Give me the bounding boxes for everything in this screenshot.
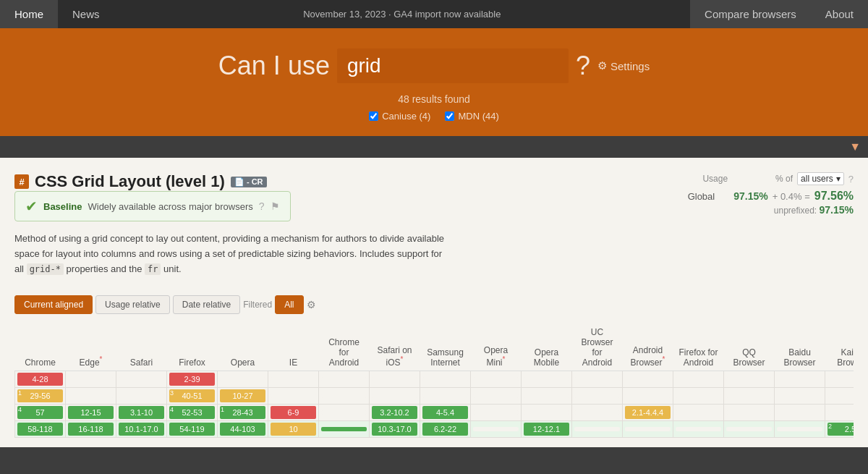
cell-ffandroid-r1 xyxy=(676,377,721,381)
nav-news[interactable]: News xyxy=(58,0,114,28)
cell-opermobile-r2 xyxy=(524,394,569,398)
cell-opermobile-r3 xyxy=(524,410,569,415)
cell-firefox-r4[interactable]: 54-119 xyxy=(169,423,215,436)
cell-kaic-r3 xyxy=(827,410,854,415)
th-safari-ios: Safari on iOS* xyxy=(370,324,420,371)
cell-ffandroid-r4 xyxy=(676,427,721,431)
nav-announcement: November 13, 2023 · GA4 import now avail… xyxy=(114,9,691,20)
cell-qq-r3 xyxy=(726,410,772,415)
tab-current[interactable]: Current aligned xyxy=(14,295,93,314)
usage-plus: + 0.4% = xyxy=(773,191,810,202)
cell-chromea-r1 xyxy=(321,377,367,381)
cell-chrome-r4[interactable]: 58-118 xyxy=(17,423,63,436)
cell-samsung-r1 xyxy=(422,377,468,381)
feature-badge[interactable]: 📄 - CR xyxy=(231,177,267,187)
feature-title-text: CSS Grid Layout (level 1) xyxy=(35,172,225,191)
cell-edge-r3[interactable]: 12-15 xyxy=(68,406,114,419)
filter-mdn[interactable]: MDN (44) xyxy=(445,111,498,122)
tab-date[interactable]: Date relative xyxy=(173,295,240,314)
cell-android-r1 xyxy=(625,377,671,381)
th-samsung: Samsung Internet xyxy=(420,324,471,371)
settings-button[interactable]: ⚙ Settings xyxy=(597,59,650,72)
cell-opermobile-r1 xyxy=(524,377,569,381)
filter-icon[interactable]: ▼ xyxy=(849,140,861,153)
browser-header-row: Chrome Edge* Safari Firefox Opera IE Chr… xyxy=(15,324,854,371)
main-content: # CSS Grid Layout (level 1) 📄 - CR ✔ Bas… xyxy=(0,158,868,447)
tab-filtered-label: Filtered xyxy=(243,300,272,310)
cell-safariiOS-r2 xyxy=(372,394,417,398)
cell-kaic-r4[interactable]: 22.5 xyxy=(827,423,854,436)
cell-safariiOS-r1 xyxy=(372,377,417,381)
help-icon[interactable]: ? xyxy=(259,200,265,212)
nav-home[interactable]: Home xyxy=(0,0,58,28)
cell-kaic-r2 xyxy=(827,394,854,398)
cell-baidu-r4 xyxy=(777,427,822,431)
cell-samsung-r3[interactable]: 4-5.4 xyxy=(422,406,468,419)
cell-android-r3[interactable]: 2.1-4.4.4 xyxy=(625,406,671,419)
cell-operamini-r1 xyxy=(473,377,519,381)
nav-about[interactable]: About xyxy=(811,0,868,28)
tab-all[interactable]: All xyxy=(275,295,303,314)
cell-safari-r3[interactable]: 3.1-10 xyxy=(119,406,164,419)
flag-icon[interactable]: ⚑ xyxy=(271,200,280,212)
th-qq: QQ Browser xyxy=(724,324,775,371)
cell-firefox-r2[interactable]: 340-51 xyxy=(169,389,215,402)
hash-icon[interactable]: # xyxy=(14,174,29,189)
cell-safari-r1 xyxy=(119,377,164,381)
usage-label: Usage xyxy=(702,174,728,184)
cell-firefox-r3[interactable]: 452-53 xyxy=(169,406,215,419)
usage-help-icon[interactable]: ? xyxy=(848,174,854,185)
version-row-4: 58-118 16-118 10.1-17.0 54-119 44-103 10… xyxy=(15,421,854,438)
cell-ie-r4[interactable]: 10 xyxy=(271,423,316,436)
cell-ie-r1 xyxy=(271,377,316,381)
cell-chromea-r4[interactable] xyxy=(321,427,367,431)
usage-scope-label: % of xyxy=(775,174,793,184)
hero-filters: Caniuse (4) MDN (44) xyxy=(369,111,499,122)
cell-opera-r4[interactable]: 44-103 xyxy=(220,423,265,436)
th-edge: Edge* xyxy=(66,324,116,371)
hero-title-row: Can I use ? ⚙ Settings xyxy=(218,48,650,83)
cell-samsung-r4[interactable]: 6.2-22 xyxy=(422,423,468,436)
th-firefox: Firefox xyxy=(167,324,218,371)
feature-description: Method of using a grid concept to lay ou… xyxy=(14,232,448,276)
cell-safari-r4[interactable]: 10.1-17.0 xyxy=(119,423,164,436)
nav-compare[interactable]: Compare browsers xyxy=(690,0,811,28)
version-row-3: 457 12-15 3.1-10 452-53 128-43 6-9 3.2-1… xyxy=(15,405,854,421)
usage-global-row: Global 97.15% + 0.4% = 97.56% xyxy=(622,190,854,203)
cell-edge-r4[interactable]: 16-118 xyxy=(68,423,114,436)
cell-opermobile-r4[interactable]: 12-12.1 xyxy=(524,423,569,436)
cell-safariiOS-r4[interactable]: 10.3-17.0 xyxy=(372,423,417,436)
nav-right: Compare browsers About xyxy=(690,0,868,28)
cell-qq-r1 xyxy=(726,377,772,381)
cell-ie-r3[interactable]: 6-9 xyxy=(271,406,316,419)
feature-header: # CSS Grid Layout (level 1) 📄 - CR ✔ Bas… xyxy=(14,172,854,287)
cell-chrome-r1[interactable]: 4-28 xyxy=(17,373,63,386)
hero-section: Can I use ? ⚙ Settings 48 results found … xyxy=(0,28,868,136)
search-input[interactable] xyxy=(337,48,569,83)
cell-safariiOS-r3[interactable]: 3.2-10.2 xyxy=(372,406,417,419)
feature-title-row: # CSS Grid Layout (level 1) 📄 - CR xyxy=(14,172,448,191)
cell-ffandroid-r3 xyxy=(676,410,721,415)
usage-unprefixed-val: 97.15% xyxy=(820,204,854,216)
th-chrome-android: Chrome for Android xyxy=(319,324,370,371)
cell-chrome-r3[interactable]: 457 xyxy=(17,406,63,419)
cell-opera-r1 xyxy=(220,377,265,381)
cell-firefox-r1[interactable]: 2-39 xyxy=(169,373,215,386)
cell-ie-r2 xyxy=(271,394,316,398)
filter-caniuse[interactable]: Caniuse (4) xyxy=(369,111,430,122)
gear-icon: ⚙ xyxy=(597,59,607,72)
cell-baidu-r2 xyxy=(777,394,822,398)
cell-chromea-r2 xyxy=(321,394,367,398)
cell-opera-r2[interactable]: 10-27 xyxy=(220,389,265,402)
th-baidu: Baidu Browser xyxy=(775,324,825,371)
hero-suffix: ? xyxy=(576,51,590,81)
version-row-1: 4-28 2-39 xyxy=(15,371,854,388)
cell-chrome-r2[interactable]: 129-56 xyxy=(17,389,63,402)
tab-relative[interactable]: Usage relative xyxy=(95,295,170,314)
cell-android-r4 xyxy=(625,427,671,431)
usage-total: 97.56% xyxy=(814,190,854,203)
browser-support-table: Chrome Edge* Safari Firefox Opera IE Chr… xyxy=(14,324,854,438)
cell-opera-r3[interactable]: 128-43 xyxy=(220,406,265,419)
tab-settings-icon[interactable]: ⚙ xyxy=(307,299,316,310)
usage-selector[interactable]: all users ▾ xyxy=(797,172,844,185)
